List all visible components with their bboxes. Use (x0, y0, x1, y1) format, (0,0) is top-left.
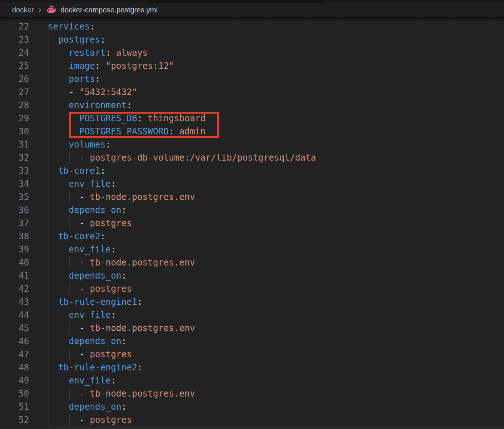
line-number[interactable]: 38 (0, 230, 29, 243)
code-text: env_file: (48, 243, 116, 256)
line-number[interactable]: 43 (0, 295, 29, 308)
tab-bar-segment (148, 0, 325, 3)
tab-bar-edge (0, 0, 504, 3)
line-number[interactable]: 46 (0, 335, 29, 348)
code-line[interactable]: 31 volumes: (0, 138, 504, 151)
code-line[interactable]: 51 depends_on: (0, 400, 504, 413)
breadcrumb-filename[interactable]: docker-compose.postgres.yml (60, 6, 158, 14)
code-text: image: "postgres:12" (48, 59, 174, 72)
line-number[interactable]: 42 (0, 282, 29, 295)
line-number[interactable]: 33 (0, 164, 29, 177)
code-line[interactable]: 34 env_file: (0, 177, 504, 190)
chevron-right-icon: › (39, 5, 41, 15)
code-line[interactable]: 27 - "5432:5432" (0, 86, 504, 99)
line-number[interactable]: 27 (0, 86, 29, 99)
code-line[interactable]: 45 - tb-node.postgres.env (0, 322, 504, 335)
code-line[interactable]: 24 restart: always (0, 46, 504, 59)
code-text: volumes: (48, 138, 111, 151)
code-line[interactable]: 37 - postgres (0, 217, 504, 230)
code-line[interactable]: 35 - tb-node.postgres.env (0, 190, 504, 204)
code-line[interactable]: 41 depends_on: (0, 269, 504, 282)
code-line[interactable]: 49 env_file: (0, 374, 504, 387)
line-number[interactable]: 32 (0, 151, 29, 164)
code-text: ports: (48, 72, 101, 86)
code-line[interactable]: 40 - tb-node.postgres.env (0, 256, 504, 269)
line-number[interactable]: 40 (0, 256, 29, 269)
code-text: restart: always (48, 46, 148, 59)
code-text: POSTGRES_DB: thingsboard (48, 112, 206, 125)
code-text: env_file: (48, 177, 116, 190)
code-line[interactable]: 32 - postgres-db-volume:/var/lib/postgre… (0, 151, 504, 164)
code-line[interactable]: 38 tb-core2: (0, 230, 504, 243)
line-number[interactable]: 35 (0, 190, 29, 204)
line-number[interactable]: 24 (0, 46, 29, 59)
code-text: - tb-node.postgres.env (48, 256, 195, 269)
line-number[interactable]: 29 (0, 112, 29, 125)
code-text: - postgres (48, 217, 132, 230)
code-text: tb-core1: (48, 164, 106, 177)
line-number[interactable]: 34 (0, 177, 29, 190)
line-number[interactable]: 22 (0, 20, 29, 33)
code-line[interactable]: 46 depends_on: (0, 335, 504, 348)
line-number[interactable]: 31 (0, 138, 29, 151)
code-line[interactable]: 47 - postgres (0, 348, 504, 361)
code-line[interactable]: 52 - postgres (0, 413, 504, 426)
code-line[interactable]: 28 environment: (0, 99, 504, 112)
line-number[interactable]: 50 (0, 387, 29, 400)
breadcrumb-folder[interactable]: docker (12, 6, 34, 14)
code-text: tb-rule-engine1: (48, 295, 142, 308)
line-number[interactable]: 44 (0, 308, 29, 322)
code-text: - tb-node.postgres.env (48, 322, 195, 335)
code-line[interactable]: 44 env_file: (0, 308, 504, 322)
code-line[interactable]: 48 tb-rule-engine2: (0, 361, 504, 374)
line-number[interactable]: 51 (0, 400, 29, 413)
code-text: - tb-node.postgres.env (48, 190, 195, 204)
code-line[interactable]: 42 - postgres (0, 282, 504, 295)
horizontal-scrollbar[interactable] (48, 426, 504, 429)
code-text: tb-core2: (48, 230, 106, 243)
line-number[interactable]: 23 (0, 33, 29, 46)
code-line[interactable]: 29 POSTGRES_DB: thingsboard (0, 112, 504, 125)
code-text: depends_on: (48, 204, 127, 217)
vscode-editor-window: docker › docker-compose.postgres.yml 22s… (0, 0, 504, 429)
line-number[interactable]: 36 (0, 204, 29, 217)
line-number[interactable]: 30 (0, 125, 29, 138)
code-text: env_file: (48, 308, 116, 322)
code-line[interactable]: 26 ports: (0, 72, 504, 86)
code-line[interactable]: 25 image: "postgres:12" (0, 59, 504, 72)
code-editor[interactable]: 22services:23 postgres:24 restart: alway… (0, 17, 504, 429)
code-line[interactable]: 23 postgres: (0, 33, 504, 46)
code-text: - tb-node.postgres.env (48, 387, 195, 400)
code-text: depends_on: (48, 269, 127, 282)
line-number[interactable]: 45 (0, 322, 29, 335)
code-line[interactable]: 43 tb-rule-engine1: (0, 295, 504, 308)
code-line[interactable]: 22services: (0, 20, 504, 33)
line-number[interactable]: 25 (0, 59, 29, 72)
code-line[interactable]: 50 - tb-node.postgres.env (0, 387, 504, 400)
line-number[interactable]: 39 (0, 243, 29, 256)
line-number[interactable]: 47 (0, 348, 29, 361)
line-number[interactable]: 48 (0, 361, 29, 374)
line-number[interactable]: 49 (0, 374, 29, 387)
code-line[interactable]: 39 env_file: (0, 243, 504, 256)
line-number[interactable]: 37 (0, 217, 29, 230)
code-text: depends_on: (48, 335, 127, 348)
line-number[interactable]: 52 (0, 413, 29, 426)
code-line[interactable]: 30 POSTGRES_PASSWORD: admin (0, 125, 504, 138)
code-text: tb-rule-engine2: (48, 361, 142, 374)
line-number[interactable]: 28 (0, 99, 29, 112)
docker-whale-icon (46, 5, 57, 15)
code-text: POSTGRES_PASSWORD: admin (48, 125, 206, 138)
code-text: env_file: (48, 374, 116, 387)
code-line[interactable]: 33 tb-core1: (0, 164, 504, 177)
code-text: - postgres (48, 282, 132, 295)
code-text: - postgres (48, 413, 132, 426)
line-number[interactable]: 26 (0, 72, 29, 86)
breadcrumb: docker › docker-compose.postgres.yml (0, 3, 504, 17)
code-line[interactable]: 36 depends_on: (0, 204, 504, 217)
code-text: environment: (48, 99, 132, 112)
code-text: services: (48, 20, 95, 33)
code-text: postgres: (48, 33, 106, 46)
tab-separator (148, 0, 148, 3)
line-number[interactable]: 41 (0, 269, 29, 282)
